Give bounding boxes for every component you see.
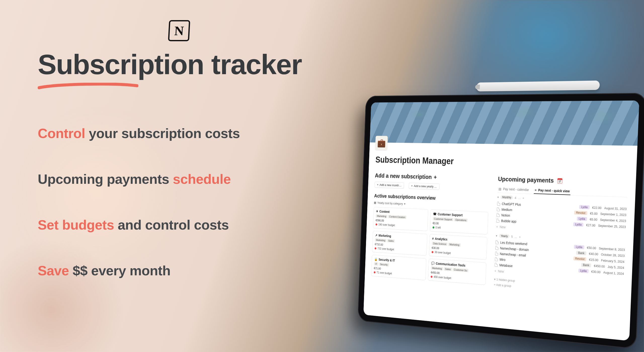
plus-icon[interactable]: + xyxy=(522,196,524,200)
calendar-icon xyxy=(557,178,562,184)
payment-date: September 25, 2023 xyxy=(598,224,626,229)
payment-source-chip: Bank xyxy=(576,251,586,255)
category-card[interactable]: ☎Customer SupportCustomer SupportOperati… xyxy=(430,209,489,235)
card-title: Customer Support xyxy=(438,212,463,217)
payment-source-chip: Lydia xyxy=(577,217,587,221)
payment-name: Les Echos weekend xyxy=(500,241,527,246)
payment-source-chip: Lydia xyxy=(574,245,584,249)
payment-date: February 5, 2024 xyxy=(601,258,624,264)
payment-date: October 28, 2023 xyxy=(601,252,625,258)
group-count-yearly: 5 xyxy=(511,235,513,238)
payment-source-chip: Lydia xyxy=(578,269,589,273)
add-subscription-heading: Add a new subscription + xyxy=(375,172,490,182)
payment-date: July 5, 2024 xyxy=(608,265,624,270)
plus-icon[interactable]: + xyxy=(519,235,521,239)
payment-price: €5.00 xyxy=(590,211,598,215)
plus-icon: + xyxy=(494,269,496,273)
card-budget: 71 over budget xyxy=(377,271,392,275)
card-tag: Data Science xyxy=(432,242,448,246)
upcoming-tabs: ▤ Pay next - calendar ≡ Pay next - quick… xyxy=(498,186,627,197)
category-card[interactable]: ↗MarketingMarketingSales€732.00732 over … xyxy=(372,231,427,256)
status-dot-icon xyxy=(431,276,432,278)
new-row-label: New xyxy=(498,269,504,274)
tab-calendar[interactable]: ▤ Pay next - calendar xyxy=(498,186,530,194)
payment-source-chip: Revolut xyxy=(573,256,586,261)
bullet-2-hl: schedule xyxy=(173,171,231,187)
bullet-2: Upcoming payments schedule xyxy=(38,171,309,187)
payment-price: €450.00 xyxy=(594,264,605,268)
tab-quick-view[interactable]: ≡ Pay next - quick view xyxy=(534,187,571,195)
page-icon xyxy=(496,240,499,244)
gallery-view-label: Yearly cost by category xyxy=(377,201,403,206)
card-title: Content xyxy=(379,210,390,214)
page-cover[interactable] xyxy=(370,101,639,146)
card-icon: 🔒 xyxy=(374,257,378,261)
more-icon[interactable]: … xyxy=(518,196,521,200)
card-tag: Sales xyxy=(387,239,395,243)
bullet-1-post: your subscription costs xyxy=(85,126,240,141)
chevron-down-icon: ▾ xyxy=(404,202,406,206)
card-title: Communication Tools xyxy=(436,261,465,267)
payment-price: €22.00 xyxy=(592,206,601,210)
payment-price: €40.00 xyxy=(589,252,598,256)
payment-name: Metabase xyxy=(499,263,513,268)
card-tag: IT xyxy=(374,262,378,266)
bullet-1: Control your subscription costs xyxy=(38,125,309,141)
page-icon xyxy=(495,246,498,250)
page-icon xyxy=(497,202,500,205)
plus-icon: + xyxy=(496,225,498,229)
bullet-3-hl: Set budgets xyxy=(38,217,114,232)
payment-date: August 1, 2024 xyxy=(603,270,624,275)
upcoming-heading-text: Upcoming payments xyxy=(498,175,554,184)
add-monthly-label: Add a new month… xyxy=(380,183,401,187)
payment-price: €15.00 xyxy=(589,258,598,262)
add-subscription-heading-text: Add a new subscription xyxy=(375,172,432,181)
marketing-panel: N Subscription tracker Control your subs… xyxy=(38,20,309,278)
tablet-frame: 💼 Subscription Manager Add a new subscri… xyxy=(357,93,644,349)
payment-name: Miro xyxy=(500,257,506,262)
payment-price: €6.00 xyxy=(590,217,597,221)
card-budget: 0 left xyxy=(435,226,441,229)
card-title: Analytics xyxy=(435,237,447,241)
more-icon[interactable]: … xyxy=(514,235,517,239)
page-icon xyxy=(497,207,500,211)
category-card[interactable]: 🔒Security & ITITSecurity€71.0071 over bu… xyxy=(371,255,426,280)
card-icon: 💬 xyxy=(431,261,435,265)
plus-icon[interactable]: + xyxy=(434,174,437,181)
plus-icon: + xyxy=(377,183,379,186)
card-tag: Operations xyxy=(454,218,468,222)
category-card[interactable]: #AnalyticsData ScienceMarketing€30.0030 … xyxy=(429,234,487,260)
notion-logo-icon: N xyxy=(168,20,190,41)
status-dot-icon xyxy=(432,251,433,253)
card-budget: 190 over budget xyxy=(378,223,395,227)
payment-name: Bubble app xyxy=(501,219,516,224)
add-yearly-button[interactable]: + Add a new yearly … xyxy=(409,183,439,190)
add-monthly-button[interactable]: + Add a new month… xyxy=(375,182,404,189)
payment-price: €50.00 xyxy=(587,246,596,250)
bullet-4-hl: Save xyxy=(38,263,69,278)
status-dot-icon xyxy=(432,226,434,229)
payment-name: Namecheap - email xyxy=(500,252,526,257)
payment-name: ChatGPT Plus xyxy=(502,202,521,206)
payment-price: €30.00 xyxy=(591,270,600,274)
apple-pencil-icon xyxy=(476,80,600,91)
calendar-small-icon: ▤ xyxy=(498,186,503,192)
right-column: Upcoming payments ▤ Pay next - calendar … xyxy=(494,173,628,296)
payment-date: August 31, 2023 xyxy=(604,206,627,211)
category-card[interactable]: ✈ContentMarketingContent Creation€590.00… xyxy=(373,207,428,231)
category-card[interactable]: 💬Communication ToolsMarketingSalesCustom… xyxy=(428,259,486,285)
card-icon: ✈ xyxy=(376,209,379,213)
card-tag: Marketing xyxy=(431,266,443,270)
card-icon: ☎ xyxy=(433,212,436,216)
bullet-4-post: $$ every month xyxy=(69,263,171,278)
card-tag: Sales xyxy=(444,267,452,271)
status-dot-icon xyxy=(374,271,376,273)
left-column: Add a new subscription + + Add a new mon… xyxy=(371,170,490,286)
page-emoji-icon[interactable]: 💼 xyxy=(375,136,388,150)
bullet-4: Save $$ every month xyxy=(38,263,309,278)
group-count-monthly: 4 xyxy=(515,196,516,199)
payment-source-chip: Bank xyxy=(581,263,591,267)
notion-page: 💼 Subscription Manager Add a new subscri… xyxy=(364,101,639,341)
bullet-3: Set budgets and control costs xyxy=(38,217,309,233)
page-title[interactable]: Subscription Manager xyxy=(375,155,629,170)
